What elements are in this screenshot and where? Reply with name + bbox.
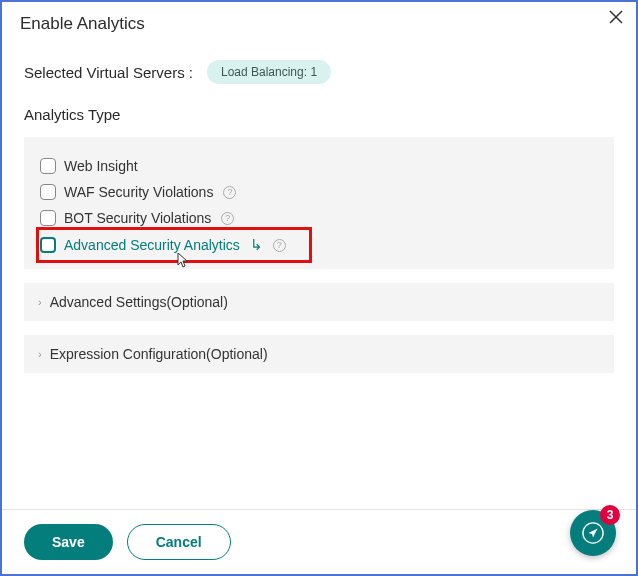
selected-servers-row: Selected Virtual Servers : Load Balancin… bbox=[24, 60, 614, 84]
help-icon[interactable]: ? bbox=[273, 239, 286, 252]
checkbox-web-insight[interactable] bbox=[40, 158, 56, 174]
checkbox-label: Advanced Security Analytics bbox=[64, 237, 240, 253]
close-button[interactable] bbox=[608, 8, 624, 28]
help-fab[interactable]: 3 bbox=[570, 510, 616, 556]
checkbox-row-advanced-security[interactable]: Advanced Security Analytics ↳ ? bbox=[40, 231, 604, 259]
expander-advanced-settings[interactable]: › Advanced Settings(Optional) bbox=[24, 283, 614, 321]
close-icon bbox=[608, 9, 624, 25]
expander-label: Advanced Settings(Optional) bbox=[50, 294, 228, 310]
cancel-button[interactable]: Cancel bbox=[127, 524, 231, 560]
save-button[interactable]: Save bbox=[24, 524, 113, 560]
enter-arrow-icon: ↳ bbox=[250, 236, 263, 254]
analytics-type-box: Web Insight WAF Security Violations ? BO… bbox=[24, 137, 614, 269]
expander-label: Expression Configuration(Optional) bbox=[50, 346, 268, 362]
checkbox-label: BOT Security Violations bbox=[64, 210, 211, 226]
analytics-type-heading: Analytics Type bbox=[24, 106, 614, 123]
footer: Save Cancel bbox=[24, 524, 231, 560]
chevron-right-icon: › bbox=[38, 296, 42, 308]
checkbox-row-web-insight[interactable]: Web Insight bbox=[40, 153, 604, 179]
checkbox-label: WAF Security Violations bbox=[64, 184, 213, 200]
expander-expression-config[interactable]: › Expression Configuration(Optional) bbox=[24, 335, 614, 373]
checkbox-row-bot[interactable]: BOT Security Violations ? bbox=[40, 205, 604, 231]
selected-servers-label: Selected Virtual Servers : bbox=[24, 64, 193, 81]
send-icon bbox=[582, 522, 604, 544]
checkbox-waf[interactable] bbox=[40, 184, 56, 200]
dialog-title: Enable Analytics bbox=[20, 14, 145, 34]
help-icon[interactable]: ? bbox=[221, 212, 234, 225]
fab-badge: 3 bbox=[600, 505, 620, 525]
chevron-right-icon: › bbox=[38, 348, 42, 360]
checkbox-row-waf[interactable]: WAF Security Violations ? bbox=[40, 179, 604, 205]
checkbox-label: Web Insight bbox=[64, 158, 138, 174]
help-icon[interactable]: ? bbox=[223, 186, 236, 199]
selected-servers-badge: Load Balancing: 1 bbox=[207, 60, 331, 84]
footer-divider bbox=[2, 509, 636, 510]
checkbox-bot[interactable] bbox=[40, 210, 56, 226]
checkbox-advanced-security[interactable] bbox=[40, 237, 56, 253]
